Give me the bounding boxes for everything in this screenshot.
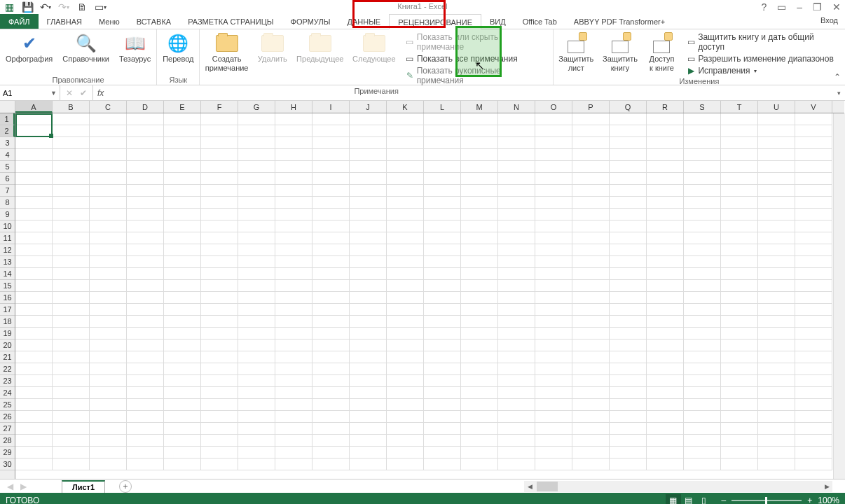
- cell[interactable]: [350, 113, 387, 125]
- cell[interactable]: [127, 232, 164, 244]
- cell[interactable]: [275, 137, 312, 149]
- cell[interactable]: [535, 256, 572, 268]
- cell[interactable]: [387, 387, 424, 399]
- cell[interactable]: [275, 197, 312, 209]
- cell[interactable]: [238, 363, 275, 375]
- cell[interactable]: [164, 256, 201, 268]
- cell[interactable]: [312, 292, 350, 304]
- cell[interactable]: [90, 161, 127, 173]
- cell[interactable]: [350, 197, 387, 209]
- cell[interactable]: [758, 268, 795, 280]
- cell[interactable]: [201, 244, 238, 256]
- cell[interactable]: [461, 411, 498, 423]
- cell[interactable]: [684, 209, 721, 220]
- row-header[interactable]: 22: [0, 363, 15, 375]
- cell[interactable]: [238, 125, 275, 137]
- cell[interactable]: [647, 387, 684, 399]
- cell[interactable]: [758, 292, 795, 304]
- cell[interactable]: [461, 328, 498, 340]
- cell[interactable]: [758, 458, 795, 470]
- cell[interactable]: [201, 423, 238, 435]
- cell[interactable]: [15, 340, 53, 351]
- cell[interactable]: [15, 351, 53, 363]
- cell[interactable]: [312, 244, 350, 256]
- cell[interactable]: [721, 375, 758, 387]
- cell[interactable]: [610, 125, 647, 137]
- cell[interactable]: [610, 328, 647, 340]
- cell[interactable]: [721, 328, 758, 340]
- cell[interactable]: [90, 292, 127, 304]
- cell[interactable]: [387, 197, 424, 209]
- cell[interactable]: [461, 113, 498, 125]
- cell[interactable]: [684, 256, 721, 268]
- cell[interactable]: [461, 149, 498, 161]
- cell[interactable]: [498, 423, 535, 435]
- cell[interactable]: [275, 220, 312, 232]
- cell[interactable]: [53, 125, 90, 137]
- column-header[interactable]: D: [127, 101, 164, 113]
- cell[interactable]: [164, 197, 201, 209]
- cell[interactable]: [535, 351, 572, 363]
- cell[interactable]: [684, 185, 721, 197]
- share-workbook-button[interactable]: Доступ к книге: [644, 31, 679, 74]
- cell[interactable]: [647, 363, 684, 375]
- cell[interactable]: [350, 399, 387, 411]
- new-comment-button[interactable]: Создать примечание: [202, 31, 250, 74]
- cell[interactable]: [684, 113, 721, 125]
- cell[interactable]: [758, 328, 795, 340]
- cell[interactable]: [312, 435, 350, 447]
- cell[interactable]: [721, 363, 758, 375]
- cell[interactable]: [53, 363, 90, 375]
- cell[interactable]: [610, 185, 647, 197]
- cell[interactable]: [350, 232, 387, 244]
- cell[interactable]: [535, 125, 572, 137]
- cell[interactable]: [15, 292, 53, 304]
- cell[interactable]: [350, 209, 387, 220]
- cell[interactable]: [164, 435, 201, 447]
- cell[interactable]: [238, 387, 275, 399]
- cell[interactable]: [387, 173, 424, 185]
- cell[interactable]: [684, 411, 721, 423]
- cell[interactable]: [535, 316, 572, 328]
- cell[interactable]: [312, 399, 350, 411]
- cell[interactable]: [164, 340, 201, 351]
- cell[interactable]: [387, 185, 424, 197]
- cell[interactable]: [498, 328, 535, 340]
- column-header[interactable]: Q: [610, 101, 647, 113]
- cell[interactable]: [498, 447, 535, 458]
- cell[interactable]: [275, 244, 312, 256]
- column-header[interactable]: I: [312, 101, 350, 113]
- cell[interactable]: [127, 316, 164, 328]
- cell[interactable]: [721, 411, 758, 423]
- cell[interactable]: [90, 280, 127, 292]
- cell[interactable]: [15, 185, 53, 197]
- cell[interactable]: [312, 304, 350, 316]
- cell[interactable]: [535, 340, 572, 351]
- cell[interactable]: [610, 149, 647, 161]
- cell[interactable]: [90, 328, 127, 340]
- cell[interactable]: [572, 197, 610, 209]
- cell[interactable]: [572, 137, 610, 149]
- cell[interactable]: [647, 185, 684, 197]
- row-header[interactable]: 2: [0, 125, 15, 137]
- cell[interactable]: [201, 173, 238, 185]
- cell[interactable]: [795, 458, 832, 470]
- cell[interactable]: [201, 316, 238, 328]
- cell[interactable]: [387, 137, 424, 149]
- cell[interactable]: [90, 220, 127, 232]
- cell[interactable]: [312, 280, 350, 292]
- enter-formula-icon[interactable]: ✔: [80, 88, 87, 98]
- cell[interactable]: [498, 340, 535, 351]
- cell[interactable]: [238, 423, 275, 435]
- cell[interactable]: [610, 316, 647, 328]
- cell[interactable]: [535, 328, 572, 340]
- cell[interactable]: [275, 375, 312, 387]
- cell[interactable]: [461, 375, 498, 387]
- cell[interactable]: [572, 340, 610, 351]
- cell[interactable]: [15, 458, 53, 470]
- ribbon-display-icon[interactable]: ▭: [777, 1, 786, 13]
- cell[interactable]: [53, 209, 90, 220]
- cell[interactable]: [498, 292, 535, 304]
- column-header[interactable]: C: [90, 101, 127, 113]
- cell[interactable]: [572, 292, 610, 304]
